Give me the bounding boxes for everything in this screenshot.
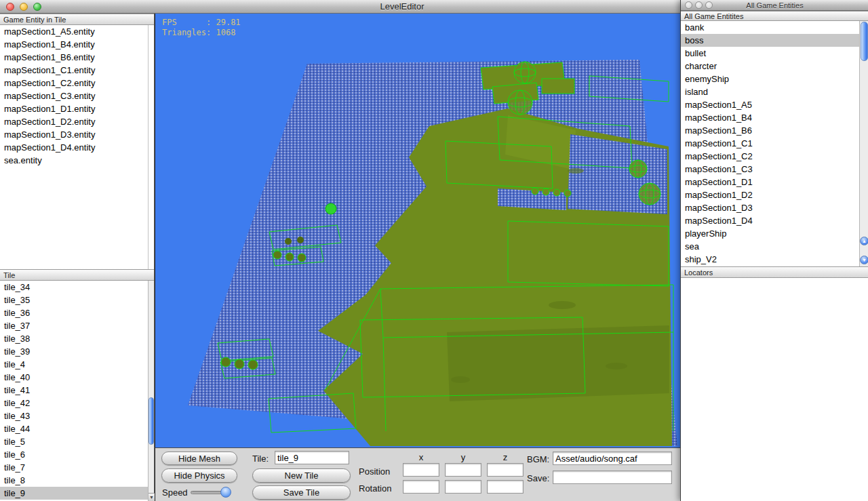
tile-name-input[interactable]: [275, 451, 349, 464]
left-panel: Game Entity in Tile mapSection1_A5.entit…: [0, 14, 155, 501]
list-item[interactable]: mapSection1_D4: [681, 214, 859, 227]
list-item[interactable]: mapSection1_A5.entity: [0, 25, 148, 38]
bgm-label: BGM:: [527, 454, 549, 464]
list-item[interactable]: tile_36: [0, 306, 148, 319]
entity-list-header-label: Game Entity in Tile: [3, 16, 66, 24]
list-item[interactable]: tile_39: [0, 345, 148, 358]
entity-list-header[interactable]: Game Entity in Tile: [0, 14, 154, 25]
list-item[interactable]: ship_V2: [681, 253, 859, 266]
list-item[interactable]: mapSection1_A5: [681, 98, 859, 111]
entity-list[interactable]: mapSection1_A5.entitymapSection1_B4.enti…: [0, 25, 148, 269]
list-item[interactable]: mapSection1_C3: [681, 163, 859, 176]
list-item[interactable]: mapSection1_B6: [681, 124, 859, 137]
palette-list-header[interactable]: All Game Entitites: [681, 11, 868, 21]
level-editor-app: LevelEditor Game Entity in Tile mapSecti…: [0, 0, 868, 501]
axis-y-label: y: [445, 452, 481, 462]
tile-list[interactable]: tile_34tile_35tile_36tile_37tile_38tile_…: [0, 281, 148, 501]
position-y-input[interactable]: [445, 463, 481, 477]
fps-overlay: FPS : 29.81 Triangles: 1068: [162, 18, 241, 38]
list-item[interactable]: mapSection1_D3: [681, 201, 859, 214]
palette-scrollbar[interactable]: ▲ ▼: [859, 21, 868, 266]
list-item[interactable]: mapSection1_D2.entity: [0, 115, 148, 128]
save-tile-button[interactable]: Save Tile: [252, 485, 351, 500]
viewport-render: [155, 14, 681, 447]
triangles-line: Triangles: 1068: [162, 28, 235, 37]
list-item[interactable]: bank: [681, 21, 859, 34]
speed-slider-thumb[interactable]: [220, 487, 231, 498]
list-item[interactable]: mapSection1_D1: [681, 176, 859, 188]
list-item[interactable]: mapSection1_B4: [681, 111, 859, 124]
list-item[interactable]: mapSection1_B4.entity: [0, 38, 148, 51]
rotation-x-input[interactable]: [403, 480, 439, 494]
list-item[interactable]: tile_6: [0, 448, 148, 461]
list-item[interactable]: mapSection1_C1: [681, 137, 859, 150]
bgm-input[interactable]: [553, 452, 672, 465]
palette-window-title: All Game Entities: [681, 0, 868, 10]
list-item[interactable]: bullet: [681, 47, 859, 60]
list-item[interactable]: mapSection1_B6.entity: [0, 51, 148, 64]
palette-titlebar[interactable]: All Game Entities: [681, 0, 868, 11]
locators-header-label: Locators: [684, 268, 713, 277]
list-item[interactable]: tile_7: [0, 461, 148, 474]
position-x-input[interactable]: [403, 463, 439, 477]
palette-list-header-label: All Game Entitites: [684, 12, 743, 20]
rotation-label: Rotation: [359, 483, 391, 494]
tile-list-scroll-down-button[interactable]: ▼: [149, 493, 155, 501]
list-item[interactable]: tile_37: [0, 319, 148, 332]
all-game-entities-window: All Game Entities All Game Entitites ban…: [680, 0, 868, 501]
list-item[interactable]: playerShip: [681, 227, 859, 240]
list-item[interactable]: mapSection1_C1.entity: [0, 64, 148, 77]
list-item[interactable]: sea: [681, 240, 859, 253]
axis-z-label: z: [487, 452, 524, 462]
tile-label: Tile:: [252, 454, 269, 464]
list-item[interactable]: tile_8: [0, 474, 148, 487]
hide-physics-button[interactable]: Hide Physics: [161, 468, 237, 483]
list-item[interactable]: mapSection1_C3.entity: [0, 89, 148, 102]
position-label: Position: [359, 466, 390, 477]
list-item[interactable]: mapSection1_D2: [681, 188, 859, 201]
list-item[interactable]: mapSection1_C2: [681, 150, 859, 163]
list-item[interactable]: tile_43: [0, 409, 148, 422]
viewport-3d[interactable]: FPS : 29.81 Triangles: 1068: [155, 14, 680, 447]
list-item[interactable]: tile_9: [0, 487, 148, 500]
tile-list-header[interactable]: Tile: [0, 269, 154, 281]
rotation-y-input[interactable]: [445, 480, 481, 494]
list-item[interactable]: sea.entity: [0, 154, 148, 167]
rotation-z-input[interactable]: [487, 480, 524, 494]
list-item[interactable]: tile_35: [0, 294, 148, 306]
entity-list-scrollbar[interactable]: [148, 25, 154, 269]
palette-scroll-thumb[interactable]: [861, 22, 868, 61]
list-item[interactable]: tile_41: [0, 384, 148, 397]
list-item[interactable]: tile_42: [0, 397, 148, 409]
list-item[interactable]: tile_34: [0, 281, 148, 294]
list-item[interactable]: tile_5: [0, 435, 148, 448]
list-item[interactable]: enemyShip: [681, 73, 859, 85]
tile-list-scrollbar[interactable]: ▼: [148, 281, 154, 501]
list-item[interactable]: tile_40: [0, 371, 148, 384]
locators-header[interactable]: Locators: [681, 266, 868, 278]
list-item[interactable]: mapSection1_D3.entity: [0, 128, 148, 141]
list-item[interactable]: tile_4: [0, 358, 148, 371]
speed-label: Speed: [162, 487, 188, 498]
fps-line: FPS : 29.81: [162, 18, 241, 27]
list-item[interactable]: island: [681, 85, 859, 98]
axis-x-label: x: [403, 452, 439, 462]
save-label: Save:: [527, 473, 549, 483]
save-input[interactable]: [553, 470, 672, 484]
list-item[interactable]: tile_38: [0, 332, 148, 345]
position-z-input[interactable]: [487, 463, 524, 477]
list-item[interactable]: boss: [681, 34, 859, 47]
palette-scroll-down-button[interactable]: ▼: [860, 256, 868, 264]
hide-mesh-button[interactable]: Hide Mesh: [161, 452, 237, 465]
list-item[interactable]: mapSection1_C2.entity: [0, 77, 148, 89]
list-item[interactable]: tile_44: [0, 422, 148, 435]
control-bar: Hide Mesh Hide Physics Speed Tile: New T…: [155, 447, 680, 501]
list-item[interactable]: charcter: [681, 60, 859, 73]
entity-palette-list[interactable]: bankbossbulletcharcterenemyShipislandmap…: [681, 21, 859, 266]
palette-scroll-up-button[interactable]: ▲: [860, 237, 868, 245]
list-item[interactable]: mapSection1_D4.entity: [0, 141, 148, 154]
tile-list-header-label: Tile: [3, 271, 15, 279]
list-item[interactable]: mapSection1_D1.entity: [0, 102, 148, 115]
new-tile-button[interactable]: New Tile: [252, 468, 351, 483]
tile-list-scroll-thumb[interactable]: [149, 397, 154, 445]
